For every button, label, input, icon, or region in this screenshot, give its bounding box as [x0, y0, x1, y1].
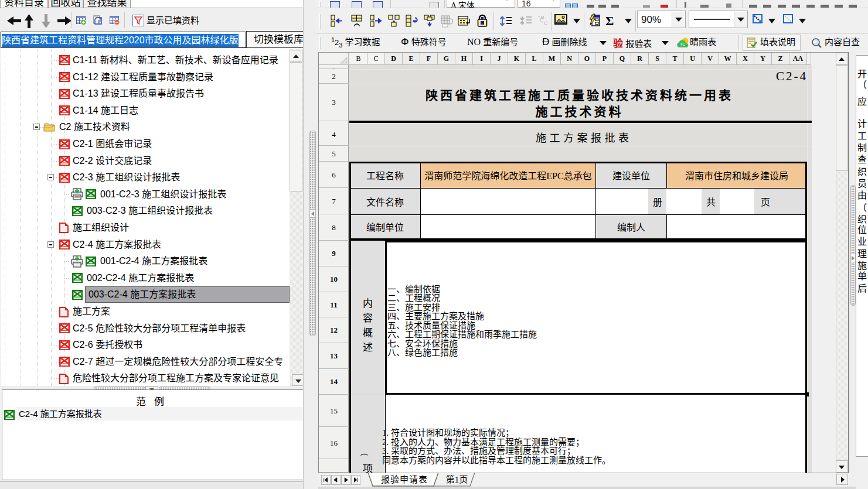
svg-text:TC: TC [680, 42, 685, 46]
svg-text:B: B [541, 15, 544, 20]
svg-text:C: C [544, 20, 547, 26]
